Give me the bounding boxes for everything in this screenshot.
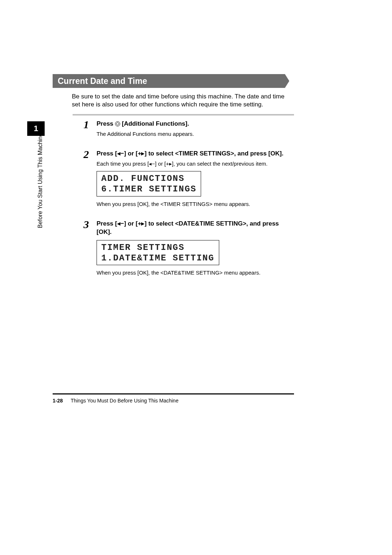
- step-post-text: When you press [OK], the <DATE&TIME SETT…: [97, 270, 294, 276]
- step-post-text: When you press [OK], the <TIMER SETTINGS…: [97, 201, 294, 207]
- step-body: The Additional Functions menu appears.: [97, 130, 294, 138]
- step-2: 2 Press [◂−] or [+▸] to select <TIMER SE…: [83, 150, 294, 207]
- lcd-line-2: 1.DATE&TIME SETTING: [101, 253, 215, 264]
- heading-arrow-icon: [285, 74, 289, 88]
- step-body: Each time you press [◂−] or [+▸], you ca…: [97, 160, 294, 167]
- step-title: Press [◂−] or [+▸] to select <DATE&TIME …: [97, 220, 294, 236]
- page: Current Date and Time Be sure to set the…: [0, 0, 392, 555]
- lcd-line-1: ADD. FUNCTIONS: [101, 174, 196, 184]
- step-number: 2: [83, 148, 89, 161]
- lcd-line-2: 6.TIMER SETTINGS: [101, 184, 196, 195]
- lcd-display: TIMER SETTINGS 1.DATE&TIME SETTING: [97, 240, 219, 266]
- step-title-text-before: Press: [97, 120, 115, 127]
- step-number: 3: [83, 218, 89, 231]
- step-title: Press [Additional Functions].: [97, 120, 294, 128]
- additional-functions-key-icon: [115, 121, 120, 126]
- step-number: 1: [83, 118, 89, 131]
- lcd-line-1: TIMER SETTINGS: [101, 243, 215, 253]
- chapter-tab-number: 1: [34, 124, 38, 133]
- step-1: 1 Press [Additional Functions]. The Addi…: [83, 120, 294, 138]
- section-heading-text: Current Date and Time: [58, 76, 147, 86]
- page-number: 1-28: [53, 398, 63, 404]
- section-heading: Current Date and Time: [53, 74, 285, 88]
- chapter-side-label: Before You Start Using This Machine: [37, 133, 44, 228]
- step-title: Press [◂−] or [+▸] to select <TIMER SETT…: [97, 150, 294, 158]
- step-title-text-after: [Additional Functions].: [120, 120, 189, 127]
- intro-paragraph: Be sure to set the date and time before …: [72, 93, 293, 109]
- lcd-display: ADD. FUNCTIONS 6.TIMER SETTINGS: [97, 171, 201, 197]
- page-footer: 1-28 Things You Must Do Before Using Thi…: [53, 398, 294, 404]
- step-3: 3 Press [◂−] or [+▸] to select <DATE&TIM…: [83, 220, 294, 276]
- divider: [73, 114, 294, 116]
- footer-text: Things You Must Do Before Using This Mac…: [71, 398, 179, 404]
- footer-rule: [53, 393, 294, 394]
